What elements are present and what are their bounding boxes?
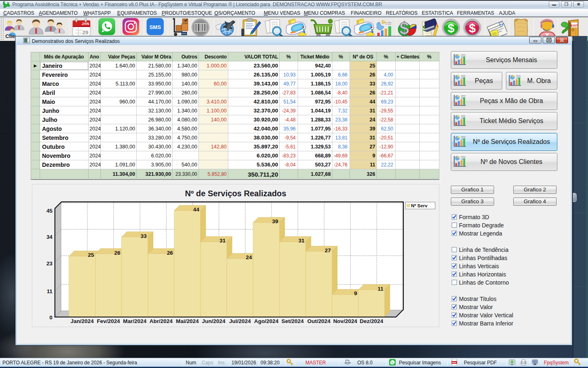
svg-text:Fev/2024: Fev/2024 <box>97 318 120 324</box>
svg-text:11: 11 <box>378 286 384 292</box>
svg-text:$: $ <box>448 21 454 35</box>
svg-text:Jun/2024: Jun/2024 <box>202 318 226 324</box>
svg-text:PDF: PDF <box>452 361 457 364</box>
svg-text:24: 24 <box>246 254 252 260</box>
svg-text:25: 25 <box>88 252 94 258</box>
svg-text:26: 26 <box>114 250 120 256</box>
svg-text:$: $ <box>399 19 409 38</box>
svg-text:EXIT: EXIT <box>571 24 578 27</box>
svg-text:$: $ <box>469 21 476 35</box>
svg-text:Out/2024: Out/2024 <box>307 318 331 324</box>
svg-text:Set/2024: Set/2024 <box>281 318 304 324</box>
svg-text:Jan/2024: Jan/2024 <box>71 318 94 324</box>
svg-text:23: 23 <box>47 260 53 267</box>
svg-text:39: 39 <box>272 218 278 224</box>
svg-text:45: 45 <box>47 208 53 214</box>
svg-text:Mar/2024: Mar/2024 <box>123 318 147 324</box>
svg-text:Ago/2024: Ago/2024 <box>254 318 278 324</box>
svg-text:11: 11 <box>47 288 53 294</box>
svg-text:9: 9 <box>354 290 357 296</box>
svg-text:31: 31 <box>220 238 226 244</box>
svg-text:34: 34 <box>47 234 53 240</box>
svg-text:26: 26 <box>167 250 173 256</box>
svg-text:Nº de Serviços Realizados: Nº de Serviços Realizados <box>185 189 286 198</box>
svg-text:29: 29 <box>82 29 88 36</box>
svg-text:33: 33 <box>140 233 147 239</box>
svg-text:Dez/2024: Dez/2024 <box>360 318 383 324</box>
svg-text:Mai/2024: Mai/2024 <box>176 318 199 324</box>
svg-text:27: 27 <box>325 247 331 254</box>
svg-text:SMS: SMS <box>149 24 161 30</box>
svg-text:Nº Serv: Nº Serv <box>411 203 428 208</box>
svg-text:Abr/2024: Abr/2024 <box>149 318 173 324</box>
svg-text:Jul/2024: Jul/2024 <box>229 318 251 324</box>
svg-text:JAN: JAN <box>82 22 89 26</box>
svg-text:44: 44 <box>193 206 199 213</box>
svg-text:Nov/2024: Nov/2024 <box>333 318 357 324</box>
svg-text:0: 0 <box>49 314 52 321</box>
svg-text:31: 31 <box>298 238 305 244</box>
